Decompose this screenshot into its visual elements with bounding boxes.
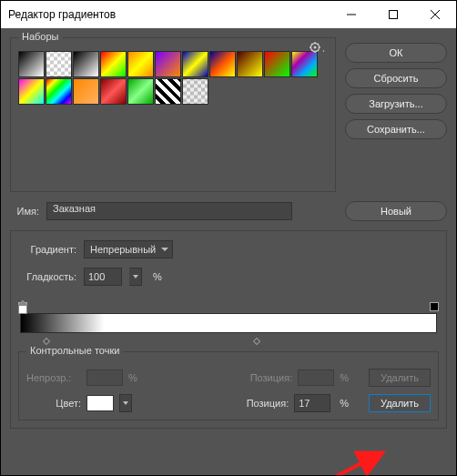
gradient-swatch-7[interactable] [209,51,236,77]
gradient-type-dropdown[interactable]: Непрерывный [84,240,173,258]
load-button[interactable]: Загрузить... [345,94,447,114]
midpoint-0[interactable] [42,338,49,345]
control-points-legend: Контрольные точки [26,345,123,356]
svg-rect-1 [390,11,398,19]
svg-line-10 [311,44,312,45]
opacity-position-input [298,370,334,386]
color-well[interactable] [86,395,114,411]
smoothness-label: Гладкость: [18,271,76,282]
gradient-swatch-4[interactable] [127,51,154,77]
gradient-swatch-5[interactable] [155,51,181,77]
ok-button[interactable]: ОК [345,43,447,63]
minimize-button[interactable] [330,1,372,28]
client-area: Наборы ОК Сбросить Загрузить... Сохранит… [1,28,456,476]
gradient-swatch-10[interactable] [291,51,318,77]
opacity-label: Непрозр.: [26,372,81,383]
gradient-swatch-11[interactable] [18,78,45,105]
opacity-delete-button: Удалить [369,369,431,387]
opacity-stop-right[interactable] [430,302,439,311]
control-points-panel: Контрольные точки Непрозр.: % Позиция: %… [18,351,439,420]
presets-legend: Наборы [18,31,63,42]
svg-point-14 [323,50,325,52]
gradient-section: Градиент: Непрерывный Гладкость: 100 % К [10,230,447,429]
name-label: Имя: [10,206,39,217]
color-label: Цвет: [26,398,81,409]
presets-panel: Наборы [10,37,336,192]
gradient-type-label: Градиент: [18,244,76,255]
new-button[interactable]: Новый [345,201,447,221]
gradient-swatch-15[interactable] [127,78,154,105]
gradient-swatch-2[interactable] [73,51,99,77]
window-title: Редактор градиентов [8,8,116,21]
gradient-bar[interactable] [18,304,439,346]
svg-line-15 [322,454,380,476]
gradient-swatch-12[interactable] [46,78,72,105]
save-button[interactable]: Сохранить... [345,119,447,139]
percent-label: % [153,271,162,282]
gradient-swatch-9[interactable] [264,51,290,77]
reset-button[interactable]: Сбросить [345,68,447,88]
opacity-position-label: Позиция: [250,372,293,383]
close-button[interactable] [414,1,456,28]
svg-line-13 [318,44,319,45]
chevron-down-icon [161,248,168,251]
gradient-swatch-1[interactable] [46,51,72,77]
gradient-swatch-17[interactable] [182,78,208,105]
presets-menu-icon[interactable] [310,42,326,55]
title-bar: Редактор градиентов [1,1,456,28]
smoothness-input[interactable]: 100 [84,268,122,286]
gradient-swatch-0[interactable] [18,51,45,77]
color-position-input[interactable]: 17 [294,394,330,412]
gradient-swatch-3[interactable] [100,51,127,77]
gradient-swatch-6[interactable] [182,51,208,77]
name-input[interactable]: Заказная [46,202,292,220]
gradient-preview[interactable] [20,313,437,333]
gradient-swatch-14[interactable] [100,78,127,105]
gradient-swatch-8[interactable] [237,51,263,77]
svg-line-12 [311,50,312,51]
gradient-swatch-16[interactable] [155,78,181,105]
svg-point-5 [314,46,317,49]
gradient-swatch-13[interactable] [73,78,99,105]
svg-line-11 [318,50,319,51]
color-dropdown[interactable] [119,394,132,412]
midpoint-1[interactable] [252,338,259,345]
color-position-label: Позиция: [247,398,289,409]
smoothness-stepper[interactable] [129,268,142,286]
annotation-arrow [318,447,400,476]
color-delete-button[interactable]: Удалить [369,394,431,412]
opacity-input [86,370,123,386]
maximize-button[interactable] [372,1,414,28]
